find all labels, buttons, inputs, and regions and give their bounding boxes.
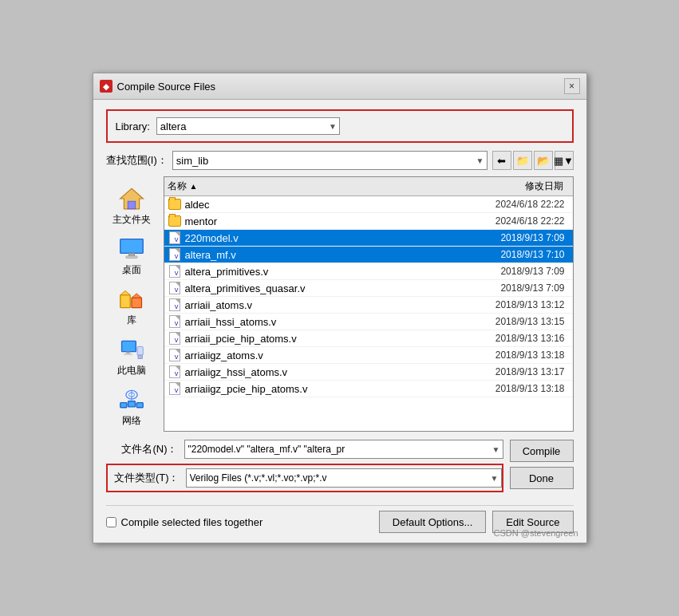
browse-label: 查找范围(I)： — [106, 153, 168, 168]
file-date: 2024/6/18 22:22 — [458, 215, 570, 227]
view-button[interactable]: ▦▼ — [555, 151, 574, 170]
filename-select[interactable]: "220model.v" "altera_mf.v" "altera_pr — [184, 440, 503, 459]
file-item[interactable]: Varriaiigz_atoms.v2018/9/13 13:18 — [164, 347, 573, 364]
svg-rect-9 — [124, 353, 132, 355]
filetype-row: 文件类型(T)： Verilog Files (*.v;*.vl;*.vo;*.… — [106, 464, 503, 492]
library-select-wrapper: altera — [156, 117, 340, 135]
back-button[interactable]: ⬅ — [492, 151, 511, 170]
file-date: 2018/9/13 7:09 — [458, 232, 570, 243]
verilog-file-icon: V — [168, 315, 182, 328]
verilog-file-icon: V — [168, 382, 182, 395]
filename-input-wrapper: "220model.v" "altera_mf.v" "altera_pr — [184, 440, 503, 459]
file-item[interactable]: Valtera_primitives.v2018/9/13 7:09 — [164, 263, 573, 280]
filetype-select-wrapper: Verilog Files (*.v;*.vl;*.vo;*.vp;*.v — [186, 468, 502, 488]
browse-row: 查找范围(I)： sim_lib ⬅ 📁 📂 ▦▼ — [106, 151, 574, 170]
file-item[interactable]: aldec2024/6/18 22:22 — [164, 196, 573, 213]
nav-sidebar: 主文件夹 桌面 — [106, 176, 157, 432]
new-folder-button[interactable]: 📂 — [534, 151, 553, 170]
file-name: altera_mf.v — [185, 249, 458, 261]
browse-select-wrapper: sim_lib — [172, 151, 488, 170]
file-item[interactable]: Varriaii_pcie_hip_atoms.v2018/9/13 13:16 — [164, 330, 573, 347]
verilog-file-icon: V — [168, 365, 182, 378]
checkbox-area: Compile selected files together — [106, 516, 263, 528]
svg-rect-11 — [138, 355, 142, 358]
compile-source-dialog: ◆ Compile Source Files × Library: altera… — [93, 73, 587, 543]
title-bar: ◆ Compile Source Files × — [93, 73, 586, 100]
file-name: arriaiigz_hssi_atoms.v — [185, 366, 458, 378]
compile-together-checkbox[interactable] — [106, 517, 116, 527]
dialog-body: Library: altera 查找范围(I)： sim_lib ⬅ 📁 📂 ▦… — [93, 100, 586, 543]
library-row: Library: altera — [106, 109, 574, 143]
bottom-section: 文件名(N)： "220model.v" "altera_mf.v" "alte… — [106, 440, 574, 533]
close-button[interactable]: × — [564, 78, 580, 94]
file-name: 220model.v — [185, 232, 458, 244]
file-date: 2018/9/13 13:15 — [458, 316, 570, 327]
file-date: 2018/9/13 13:16 — [458, 333, 570, 344]
pc-icon — [119, 337, 144, 362]
file-name: altera_primitives.v — [185, 266, 458, 278]
file-date: 2018/9/13 7:10 — [458, 249, 570, 260]
svg-rect-7 — [121, 341, 136, 351]
nav-item-library[interactable]: 库 — [106, 283, 157, 330]
main-area: 主文件夹 桌面 — [106, 176, 574, 432]
house-icon — [119, 186, 144, 211]
file-item[interactable]: Varriaii_hssi_atoms.v2018/9/13 13:15 — [164, 314, 573, 330]
filename-row: 文件名(N)： "220model.v" "altera_mf.v" "alte… — [106, 440, 503, 459]
default-options-button[interactable]: Default Options... — [379, 511, 486, 533]
file-name: arriaii_atoms.v — [185, 299, 458, 311]
file-name: arriaiigz_atoms.v — [185, 349, 458, 361]
compile-together-label: Compile selected files together — [121, 516, 263, 528]
nav-item-pc[interactable]: 此电脑 — [106, 334, 157, 381]
file-date: 2018/9/13 13:18 — [458, 349, 570, 361]
file-date: 2018/9/13 7:09 — [458, 282, 570, 294]
filetype-select[interactable]: Verilog Files (*.v;*.vl;*.vo;*.vp;*.v — [186, 468, 502, 488]
svg-rect-2 — [120, 239, 142, 254]
nav-label-home: 主文件夹 — [113, 213, 151, 227]
file-name: mentor — [185, 215, 458, 227]
sort-arrow: ▲ — [190, 182, 198, 191]
nav-item-network[interactable]: 网络 — [106, 384, 157, 431]
file-name: aldec — [185, 199, 458, 211]
svg-rect-1 — [128, 201, 136, 209]
file-item[interactable]: Varriaiigz_hssi_atoms.v2018/9/13 13:17 — [164, 364, 573, 381]
file-item[interactable]: Valtera_primitives_quasar.v2018/9/13 7:0… — [164, 280, 573, 297]
form-area: 文件名(N)： "220model.v" "altera_mf.v" "alte… — [106, 440, 503, 499]
file-list-header: 名称 ▲ 修改日期 — [164, 177, 573, 196]
nav-item-desktop[interactable]: 桌面 — [106, 233, 157, 280]
desktop-icon — [119, 236, 144, 262]
col-header-date[interactable]: 修改日期 — [458, 180, 570, 193]
col-header-name[interactable]: 名称 ▲ — [168, 180, 458, 193]
action-buttons: Compile Done — [510, 440, 574, 489]
dialog-title: Compile Source Files — [117, 81, 216, 93]
file-name: altera_primitives_quasar.v — [185, 282, 458, 294]
verilog-file-icon: V — [168, 282, 182, 294]
folder-icon — [168, 198, 182, 211]
toolbar-buttons: ⬅ 📁 📂 ▦▼ — [492, 151, 574, 170]
verilog-file-icon: V — [168, 349, 182, 361]
file-list: aldec2024/6/18 22:22mentor2024/6/18 22:2… — [164, 196, 573, 397]
nav-label-desktop: 桌面 — [122, 263, 141, 277]
nav-label-network: 网络 — [122, 414, 141, 428]
svg-rect-10 — [137, 346, 143, 355]
nav-label-pc: 此电脑 — [117, 364, 146, 377]
file-date: 2024/6/18 22:22 — [458, 199, 570, 210]
browse-select[interactable]: sim_lib — [172, 151, 488, 170]
nav-label-library: 库 — [127, 314, 136, 327]
svg-rect-4 — [125, 256, 136, 259]
done-button[interactable]: Done — [510, 467, 574, 489]
file-list-container: 名称 ▲ 修改日期 aldec2024/6/18 22:22mentor2024… — [164, 176, 574, 432]
svg-rect-13 — [120, 403, 126, 408]
file-date: 2018/9/13 7:09 — [458, 266, 570, 277]
file-item[interactable]: V220model.v2018/9/13 7:09 — [164, 230, 573, 247]
file-item[interactable]: mentor2024/6/18 22:22 — [164, 213, 573, 230]
file-item[interactable]: Varriaiigz_pcie_hip_atoms.v2018/9/13 13:… — [164, 381, 573, 397]
file-item[interactable]: Varriaii_atoms.v2018/9/13 13:12 — [164, 297, 573, 314]
compile-button[interactable]: Compile — [510, 440, 574, 462]
file-date: 2018/9/13 13:18 — [458, 383, 570, 394]
folder-button[interactable]: 📁 — [513, 151, 532, 170]
verilog-file-icon: V — [168, 265, 182, 278]
file-item[interactable]: Valtera_mf.v2018/9/13 7:10 — [164, 247, 573, 263]
library-select[interactable]: altera — [156, 117, 340, 135]
file-name: arriaiigz_pcie_hip_atoms.v — [185, 383, 458, 395]
nav-item-home[interactable]: 主文件夹 — [106, 183, 157, 230]
